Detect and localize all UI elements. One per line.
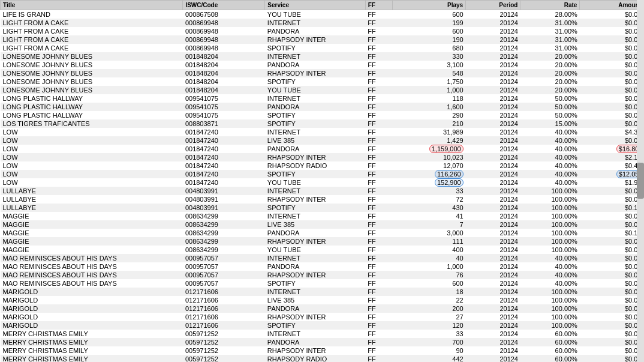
table-cell-plays: 33: [393, 187, 466, 195]
table-cell: FF: [365, 271, 393, 279]
table-cell-plays: 27: [393, 313, 466, 321]
table-cell: 20124: [466, 35, 520, 44]
header-title: Title: [1, 1, 183, 10]
table-row: MAO REMINISCES ABOUT HIS DAYS000957057SP…: [1, 279, 644, 288]
table-cell: 000869948: [183, 35, 265, 44]
table-cell: 20124: [466, 19, 520, 27]
table-cell-amount: $0.02: [580, 355, 644, 362]
table-cell: LONESOME JOHNNY BLUES: [1, 69, 183, 77]
table-cell-amount: $0.09: [580, 77, 644, 86]
table-cell: FF: [365, 237, 393, 246]
table-row: MAGGIE008634299INTERNETFF4120124100.00%$…: [1, 212, 644, 220]
table-cell-amount: $0.01: [580, 262, 644, 271]
table-cell-amount: $0.04: [580, 52, 644, 61]
table-cell: 009541075: [183, 111, 265, 119]
table-cell: 005971252: [183, 346, 265, 355]
table-cell: 012171606: [183, 321, 265, 330]
table-cell: 001847240: [183, 136, 265, 145]
table-cell-amount: $0.01: [580, 296, 644, 304]
table-row: MAO REMINISCES ABOUT HIS DAYS000957057RH…: [1, 271, 644, 279]
table-cell-plays: 400: [393, 246, 466, 254]
table-cell: 20124: [466, 161, 520, 170]
table-cell: FF: [365, 296, 393, 304]
table-cell: YOU TUBE: [265, 86, 365, 94]
table-cell: FF: [365, 52, 393, 61]
table-cell: FF: [365, 161, 393, 170]
table-row: MARIGOLD012171606LIVE 385FF2220124100.00…: [1, 296, 644, 304]
table-cell: 100.00%: [520, 246, 580, 254]
table-cell: FF: [365, 304, 393, 313]
header-period: Period: [466, 1, 520, 10]
table-cell: MARIGOLD: [1, 321, 183, 330]
table-cell: 001847240: [183, 153, 265, 161]
table-cell: 20124: [466, 204, 520, 212]
table-cell: FF: [365, 35, 393, 44]
table-cell-amount: $0.04: [580, 111, 644, 119]
table-cell-plays: 22: [393, 296, 466, 304]
table-cell: 009541075: [183, 94, 265, 103]
table-cell: LONESOME JOHNNY BLUES: [1, 77, 183, 86]
table-cell: 31.00%: [520, 19, 580, 27]
table-cell: 009541075: [183, 103, 265, 111]
table-row: MAO REMINISCES ABOUT HIS DAYS000957057PA…: [1, 262, 644, 271]
table-row: LULLABYE004803991RHAPSODY INTERFF7220124…: [1, 195, 644, 204]
table-cell-amount: $0.01: [580, 10, 644, 19]
table-row: MERRY CHRISTMAS EMILY005971252RHAPSODY R…: [1, 355, 644, 362]
table-row: LIFE IS GRAND000867508YOU TUBEFF60020124…: [1, 10, 644, 19]
table-row: LOW001847240RHAPSODY RADIOFF12,070201244…: [1, 161, 644, 170]
table-row: LIGHT FROM A CAKE000869948RHAPSODY INTER…: [1, 35, 644, 44]
table-row: LONESOME JOHNNY BLUES001848204INTERNETFF…: [1, 52, 644, 61]
table-cell: PANDORA: [265, 262, 365, 271]
table-cell: PANDORA: [265, 103, 365, 111]
table-cell: RHAPSODY INTER: [265, 237, 365, 246]
table-cell: 50.00%: [520, 103, 580, 111]
table-cell: 001848204: [183, 86, 265, 94]
table-cell: INTERNET: [265, 212, 365, 220]
table-cell: LONG PLASTIC HALLWAY: [1, 111, 183, 119]
table-cell-plays: 10,023: [393, 153, 466, 161]
table-cell: 20124: [466, 212, 520, 220]
table-cell: 40.00%: [520, 136, 580, 145]
table-row: MAGGIE008634299RHAPSODY INTERFF111201241…: [1, 237, 644, 246]
table-cell-plays: 1,429: [393, 136, 466, 145]
table-cell: FF: [365, 246, 393, 254]
table-cell: LONG PLASTIC HALLWAY: [1, 103, 183, 111]
table-cell: PANDORA: [265, 145, 365, 153]
table-row: MERRY CHRISTMAS EMILY005971252PANDORAFF7…: [1, 338, 644, 346]
scrollbar[interactable]: [637, 0, 644, 362]
table-cell: LOW: [1, 153, 183, 161]
table-cell: FF: [365, 220, 393, 229]
table-cell: 40.00%: [520, 153, 580, 161]
table-cell-amount: $0.01: [580, 220, 644, 229]
table-cell: LONESOME JOHNNY BLUES: [1, 61, 183, 69]
table-cell: 20124: [466, 103, 520, 111]
table-cell-plays: 600: [393, 27, 466, 35]
table-cell: RHAPSODY INTER: [265, 69, 365, 77]
table-cell: FF: [365, 94, 393, 103]
table-row: LONESOME JOHNNY BLUES001848204RHAPSODY I…: [1, 69, 644, 77]
table-cell: 15.00%: [520, 119, 580, 128]
table-cell: FF: [365, 254, 393, 262]
table-row: MAGGIE008634299YOU TUBEFF40020124100.00%…: [1, 246, 644, 254]
table-cell: 000867508: [183, 10, 265, 19]
table-cell-plays: 12,070: [393, 161, 466, 170]
table-cell: FF: [365, 338, 393, 346]
table-cell-plays: 548: [393, 69, 466, 77]
table-cell: 20124: [466, 321, 520, 330]
table-cell-amount: $0.04: [580, 19, 644, 27]
table-cell: 001848204: [183, 61, 265, 69]
table-row: LOS TIGRES TRAFICANTES008803871SPOTIFYFF…: [1, 119, 644, 128]
table-row: MAGGIE008634299PANDORAFF3,00020124100.00…: [1, 229, 644, 237]
table-cell: 20124: [466, 355, 520, 362]
table-cell: 005971252: [183, 330, 265, 338]
table-cell: SPOTIFY: [265, 119, 365, 128]
table-cell-amount: $0.01: [580, 330, 644, 338]
table-cell-plays: 1,750: [393, 77, 466, 86]
table-cell-amount: $0.02: [580, 338, 644, 346]
scrollbar-thumb[interactable]: [637, 163, 644, 199]
table-cell-plays: 210: [393, 119, 466, 128]
table-cell: SPOTIFY: [265, 170, 365, 178]
table-cell-amount: $0.02: [580, 187, 644, 195]
table-cell: SPOTIFY: [265, 44, 365, 52]
table-cell-plays: 116,260: [393, 170, 466, 178]
